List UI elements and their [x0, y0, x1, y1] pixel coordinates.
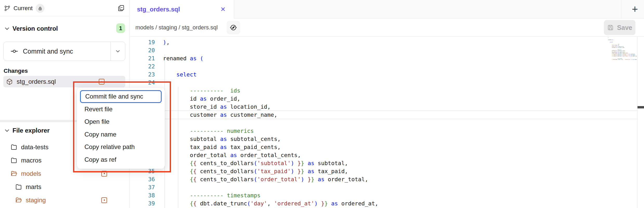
code-text: store_id as location_id, — [163, 103, 271, 111]
folder-icon — [10, 157, 17, 164]
code-row: 20 — [129, 46, 637, 54]
branch-readonly-chip — [36, 4, 44, 13]
line-number: 38 — [129, 191, 155, 199]
code-row: 23 select — [129, 70, 637, 79]
code-row: 31 subtotal as subtotal_cents, — [129, 135, 637, 143]
line-number: 36 — [129, 175, 155, 183]
code-text: {{ cents_to_dollars('subtotal') }} as su… — [163, 159, 348, 167]
lock-icon — [38, 6, 42, 11]
file-explorer-title: File explorer — [12, 127, 50, 134]
line-number: 23 — [129, 70, 155, 79]
code-text: {{ cents_to_dollars('tax_paid') }} as ta… — [163, 167, 348, 175]
code-row: 35 {{ cents_to_dollars('tax_paid') }} as… — [129, 167, 637, 175]
code-row: 29 — [129, 119, 637, 127]
code-row: 21renamed as ( — [129, 54, 637, 62]
red-annotation-box — [73, 81, 171, 172]
line-number: 20 — [129, 46, 155, 54]
tab-label: stg_orders.sql — [137, 6, 180, 13]
code-row: 36 {{ cents_to_dollars('order_total') }}… — [129, 175, 637, 183]
code-row: 22 — [129, 62, 637, 70]
folder-label: data-tests — [21, 144, 48, 151]
chevron-down-icon — [5, 129, 9, 132]
changes-label: Changes — [4, 68, 28, 74]
file-explorer-item-staging[interactable]: staging — [0, 193, 129, 207]
folder-modified-icon — [101, 197, 107, 203]
line-number: 22 — [129, 62, 155, 70]
code-text: tax_paid as tax_paid_cents, — [163, 143, 281, 151]
code-row: 33 order_total as order_total_cents, — [129, 151, 637, 159]
editor-header: models / staging / stg_orders.sql Save — [129, 18, 644, 37]
branch-selector[interactable]: Current — [4, 3, 44, 14]
tabbar-divider — [621, 0, 621, 18]
changed-file-name: stg_orders.sql — [17, 78, 56, 85]
chevron-down-icon — [5, 27, 9, 30]
commit-icon — [10, 47, 18, 55]
new-tab-button[interactable]: + — [626, 0, 644, 18]
line-number: 39 — [129, 199, 155, 207]
folder-label: macros — [21, 157, 42, 164]
file-explorer-item-marts[interactable]: marts — [0, 180, 129, 193]
code-text: {{ cents_to_dollars('order_total') }} as… — [163, 175, 368, 183]
folder-icon — [10, 144, 17, 151]
breadcrumb: models / staging / stg_orders.sql — [135, 24, 218, 31]
line-number: 37 — [129, 183, 155, 191]
code-row: 30 ---------- numerics — [129, 127, 637, 135]
scrollbar-marker — [638, 106, 644, 108]
branch-bar: Current — [0, 0, 129, 16]
code-text: select — [163, 70, 196, 79]
code-text: id as order_id, — [163, 95, 240, 103]
code-text: ---------- numerics — [163, 127, 254, 135]
editor-pane: stg_orders.sql ✕ + models / staging / st… — [129, 0, 644, 208]
branch-label: Current — [14, 5, 32, 12]
save-button[interactable]: Save — [604, 20, 635, 35]
tab-stg-orders[interactable]: stg_orders.sql ✕ — [129, 0, 234, 18]
code-row: 24 — [129, 79, 637, 87]
tab-close-icon[interactable]: ✕ — [220, 6, 226, 13]
lineage-compass-button[interactable] — [227, 21, 240, 34]
code-row: 19), — [129, 38, 637, 46]
code-text: order_total as order_total_cents, — [163, 151, 301, 159]
folder-label: staging — [26, 197, 46, 204]
code-row: 27 store_id as location_id, — [129, 103, 637, 111]
code-row: 38 ---------- timestamps — [129, 191, 637, 199]
code-row: 28 customer as customer_name, — [129, 111, 637, 119]
code-text: subtotal as subtotal_cents, — [163, 135, 281, 143]
folder-open-icon — [15, 197, 22, 204]
compass-icon — [229, 24, 237, 31]
code-row: 37 — [129, 183, 637, 191]
copy-icon — [117, 4, 125, 12]
commit-and-sync-label: Commit and sync — [23, 48, 73, 55]
line-number: 19 — [129, 38, 155, 46]
chevron-down-icon — [116, 50, 120, 53]
model-cube-icon — [6, 78, 13, 85]
code-text: ), — [163, 38, 170, 46]
save-icon — [607, 24, 614, 31]
code-row: 25 ---------- ids — [129, 87, 637, 95]
folder-label: models — [21, 170, 41, 177]
save-label: Save — [617, 24, 632, 31]
code-row: 26 id as order_id, — [129, 95, 637, 103]
app-root: Current — [0, 0, 644, 208]
commit-and-sync-button[interactable]: Commit and sync — [3, 42, 125, 61]
scrollbar-gutter[interactable] — [637, 37, 644, 208]
version-control-section-header[interactable]: Version control 1 — [0, 22, 129, 35]
changes-count-badge: 1 — [116, 23, 125, 33]
commit-options-button[interactable] — [110, 42, 125, 61]
editor-tab-bar: stg_orders.sql ✕ + — [129, 0, 644, 18]
minimap[interactable]: ), renamed as ( select ---------- ids id… — [608, 37, 637, 60]
code-text: ---------- ids — [163, 87, 240, 95]
code-row: 34 {{ cents_to_dollars('subtotal') }} as… — [129, 159, 637, 167]
git-branch-icon — [4, 5, 10, 11]
copy-button[interactable] — [117, 4, 126, 12]
version-control-title: Version control — [12, 25, 58, 32]
plus-icon: + — [632, 3, 638, 15]
code-row: 39 {{ dbt.date_trunc('day', 'ordered_at'… — [129, 199, 637, 207]
commit-and-sync-main[interactable]: Commit and sync — [4, 42, 111, 61]
code-text: customer as customer_name, — [163, 111, 277, 119]
code-area[interactable]: 19),2021renamed as (2223 select2425 ----… — [129, 37, 637, 208]
code-text: renamed as ( — [163, 54, 203, 62]
code-text: {{ dbt.date_trunc('day', 'ordered_at') }… — [163, 199, 378, 207]
line-number: 21 — [129, 54, 155, 62]
folder-icon — [15, 183, 22, 190]
folder-label: marts — [26, 183, 41, 191]
